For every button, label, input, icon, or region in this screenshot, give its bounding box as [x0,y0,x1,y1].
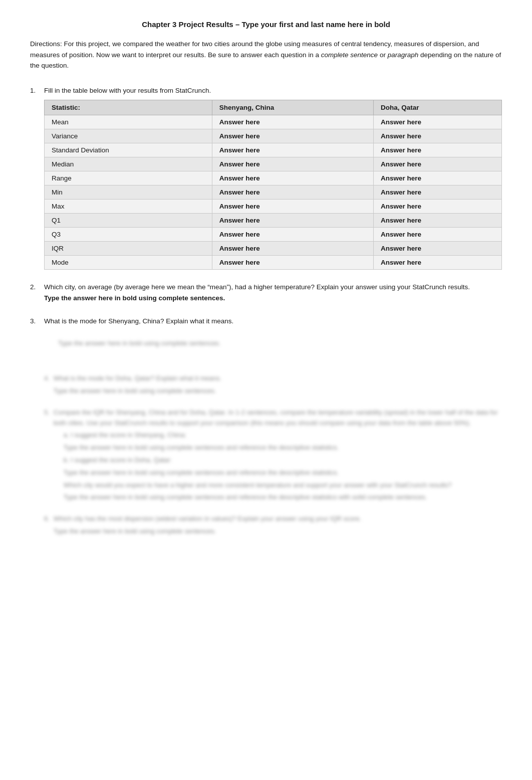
q2-number: 2. [30,282,40,303]
blurred-q5-number: 5. [44,408,50,505]
doha-answer[interactable]: Answer here [373,200,501,214]
doha-answer[interactable]: Answer here [373,143,501,157]
table-row: Mean Answer here Answer here [45,115,502,129]
shenyang-answer[interactable]: Answer here [212,242,373,256]
col-shenyang: Shenyang, China [212,100,373,115]
stat-label: Variance [45,129,212,143]
blurred-q6-number: 6. [44,514,50,539]
blurred-line: Type the answer here in bold using compl… [54,386,221,397]
directions-italic1: complete sentence [321,51,378,59]
shenyang-answer[interactable]: Answer here [212,143,373,157]
stat-label: Min [45,185,212,200]
doha-answer[interactable]: Answer here [373,115,501,129]
q2-instruction: Type the answer here in bold using compl… [44,294,225,302]
shenyang-answer[interactable]: Answer here [212,129,373,143]
shenyang-answer[interactable]: Answer here [212,115,373,129]
blurred-q4: 4. What is the mode for Doha, Qatar? Exp… [44,373,502,399]
shenyang-answer[interactable]: Answer here [212,214,373,228]
table-header-row: Statistic: Shenyang, China Doha, Qatar [45,100,502,115]
doha-answer[interactable]: Answer here [373,157,501,171]
q1-number: 1. [30,85,40,96]
stats-table: Statistic: Shenyang, China Doha, Qatar M… [44,100,502,270]
blurred-answer-q3-wrapper: Type the answer here in bold using compl… [44,338,502,358]
question-1: 1. Fill in the table below with your res… [30,85,502,270]
doha-answer[interactable]: Answer here [373,185,501,200]
q3-text: What is the mode for Shenyang, China? Ex… [44,316,502,327]
stat-label: IQR [45,242,212,256]
table-row: IQR Answer here Answer here [45,242,502,256]
shenyang-answer[interactable]: Answer here [212,200,373,214]
stat-label: Mean [45,115,212,129]
stat-label: Standard Deviation [45,143,212,157]
directions-middle: or [378,51,388,59]
blurred-q5-sub: a. I suggest the score in Shenyang, Chin… [64,430,502,503]
directions-text: Directions: For this project, we compare… [30,39,502,71]
shenyang-answer[interactable]: Answer here [212,228,373,242]
table-row: Q1 Answer here Answer here [45,214,502,228]
blurred-answer-q3: Type the answer here in bold using compl… [58,338,502,349]
q1-text: Fill in the table below with your result… [44,85,502,96]
blurred-line: Compare the IQR for Shenyang, China and … [54,408,502,429]
blurred-line: Type the answer here in bold using compl… [58,338,502,349]
blurred-line: Type the answer here in bold using compl… [64,443,502,453]
blurred-line: Type the answer here in bold using compl… [54,526,361,537]
blurred-q6-row: 6. Which city has the most dispersion (w… [44,514,502,539]
q3-number: 3. [30,316,40,327]
stat-label: Max [45,200,212,214]
col-doha: Doha, Qatar [373,100,501,115]
table-body: Mean Answer here Answer here Variance An… [45,115,502,270]
question-1-label: 1. Fill in the table below with your res… [30,85,502,96]
table-row: Mode Answer here Answer here [45,256,502,270]
stats-table-wrapper: Statistic: Shenyang, China Doha, Qatar M… [44,100,502,270]
doha-answer[interactable]: Answer here [373,242,501,256]
table-row: Min Answer here Answer here [45,185,502,200]
question-3-label: 3. What is the mode for Shenyang, China?… [30,316,502,327]
table-header: Statistic: Shenyang, China Doha, Qatar [45,100,502,115]
question-3: 3. What is the mode for Shenyang, China?… [30,316,502,327]
doha-answer[interactable]: Answer here [373,214,501,228]
blurred-q4-content: What is the mode for Doha, Qatar? Explai… [54,373,221,399]
col-statistic: Statistic: [45,100,212,115]
q2-text: Which city, on average (by average here … [44,282,502,303]
blurred-q6: 6. Which city has the most dispersion (w… [44,514,502,539]
shenyang-answer[interactable]: Answer here [212,157,373,171]
table-row: Max Answer here Answer here [45,200,502,214]
shenyang-answer[interactable]: Answer here [212,185,373,200]
doha-answer[interactable]: Answer here [373,228,501,242]
doha-answer[interactable]: Answer here [373,129,501,143]
table-row: Median Answer here Answer here [45,157,502,171]
page-title: Chapter 3 Project Results – Type your fi… [30,20,502,29]
blurred-line: Which city would you expect to have a hi… [64,480,502,491]
blurred-line: Type the answer here in bold using compl… [64,468,502,478]
blurred-line: b. I suggest the score in Doha, Qatar: [64,455,502,466]
blurred-line: a. I suggest the score in Shenyang, Chin… [64,430,502,441]
table-row: Range Answer here Answer here [45,171,502,185]
blurred-q5-content: Compare the IQR for Shenyang, China and … [54,408,502,505]
blurred-q5: 5. Compare the IQR for Shenyang, China a… [44,408,502,505]
directions-italic2: paragraph [388,51,419,59]
shenyang-answer[interactable]: Answer here [212,171,373,185]
doha-answer[interactable]: Answer here [373,171,501,185]
blurred-question-5: 5. Compare the IQR for Shenyang, China a… [30,408,502,505]
page-container: Chapter 3 Project Results – Type your fi… [30,20,502,539]
shenyang-answer[interactable]: Answer here [212,256,373,270]
table-row: Variance Answer here Answer here [45,129,502,143]
stat-label: Mode [45,256,212,270]
table-row: Standard Deviation Answer here Answer he… [45,143,502,157]
table-row: Q3 Answer here Answer here [45,228,502,242]
blurred-line: Type the answer here in bold using compl… [64,492,502,503]
blurred-q4-number: 4. [44,373,50,399]
blurred-question-4: 4. What is the mode for Doha, Qatar? Exp… [30,373,502,399]
blurred-q6-content: Which city has the most dispersion (wide… [54,514,361,539]
doha-answer[interactable]: Answer here [373,256,501,270]
blurred-line: Which city has the most dispersion (wide… [54,514,361,524]
stat-label: Range [45,171,212,185]
blurred-q5-row: 5. Compare the IQR for Shenyang, China a… [44,408,502,505]
blurred-question-6: 6. Which city has the most dispersion (w… [30,514,502,539]
question-2: 2. Which city, on average (by average he… [30,282,502,303]
stat-label: Median [45,157,212,171]
stat-label: Q3 [45,228,212,242]
stat-label: Q1 [45,214,212,228]
blurred-q4-row: 4. What is the mode for Doha, Qatar? Exp… [44,373,502,399]
question-2-label: 2. Which city, on average (by average he… [30,282,502,303]
